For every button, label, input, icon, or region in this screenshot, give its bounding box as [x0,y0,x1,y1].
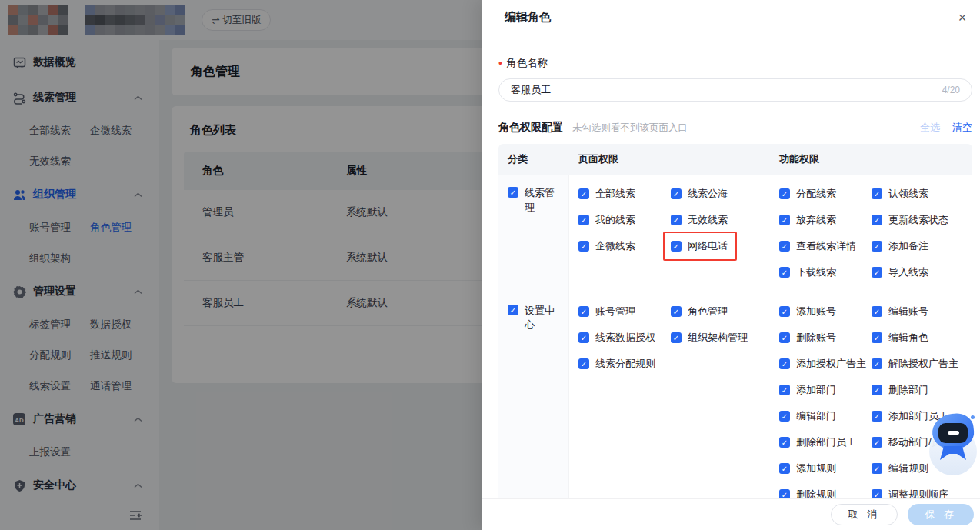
role-name-input[interactable]: 客服员工 4/20 [498,78,972,102]
modal-footer: 取 消 保 存 [482,498,980,530]
robot-face-dash [948,431,959,435]
permission-config-header: 角色权限配置 未勾选则看不到该页面入口 全选 清空 [498,121,972,135]
checkbox-checked[interactable] [779,385,790,395]
permission-label: 组织架构管理 [688,331,748,345]
checkbox-checked[interactable] [779,332,790,343]
permission-item: 账号管理 [578,305,635,318]
permission-label: 线索公海 [688,187,728,201]
checkbox-checked[interactable] [671,188,682,199]
checkbox-checked[interactable] [872,332,882,343]
header-category: 分类 [498,152,569,166]
permission-label: 网络电话 [688,239,728,253]
permission-label: 放弃线索 [796,213,836,227]
permission-label: 查看线索详情 [796,239,856,253]
permission-label: 删除部门员工 [796,435,856,449]
close-icon[interactable]: × [954,9,971,26]
permission-item: 调整规则顺序 [872,488,948,498]
permission-group: 设置中心账号管理角色管理线索数据授权组织架构管理线索分配规则添加账号编辑账号删除… [498,292,972,498]
role-name-value: 客服员工 [511,83,942,97]
permission-item: 网络电话 [671,239,728,253]
required-marker: • [498,57,502,69]
permission-label: 角色管理 [688,305,728,318]
select-all-link[interactable]: 全选 [920,121,940,135]
checkbox-checked[interactable] [578,241,589,252]
checkbox-checked[interactable] [671,215,682,225]
checkbox-checked[interactable] [508,187,518,198]
cancel-button[interactable]: 取 消 [831,504,898,525]
permission-item: 编辑部门 [779,409,836,423]
checkbox-checked[interactable] [779,306,790,317]
modal-title: 编辑角色 [505,10,551,25]
permission-label: 线索数据授权 [595,331,655,345]
permission-item: 添加授权广告主 [779,357,866,371]
modal-header: 编辑角色 × [482,0,980,35]
permission-label: 下载线索 [796,265,836,279]
permission-item: 删除部门员工 [779,435,856,449]
checkbox-checked[interactable] [578,306,589,317]
checkbox-checked[interactable] [872,411,882,422]
permission-item: 更新线索状态 [872,213,948,227]
checkbox-checked[interactable] [779,437,790,448]
permission-label: 解除授权广告主 [888,357,958,371]
checkbox-checked[interactable] [872,306,882,317]
permission-label: 编辑部门 [796,409,836,423]
permission-item: 删除部门 [872,383,928,397]
permission-item: 无效线索 [671,213,728,227]
checkbox-checked[interactable] [779,215,790,225]
checkbox-checked[interactable] [578,332,589,343]
checkbox-checked[interactable] [779,188,790,199]
checkbox-checked[interactable] [872,437,882,448]
permission-item: 组织架构管理 [671,331,748,345]
permission-item: 下载线索 [779,265,836,279]
checkbox-checked[interactable] [872,358,882,369]
header-function-permissions: 功能权限 [773,152,972,166]
checkbox-checked[interactable] [578,188,589,199]
checkbox-checked[interactable] [872,489,882,498]
permission-label: 删除账号 [796,331,836,345]
save-button[interactable]: 保 存 [908,504,974,525]
clear-all-link[interactable]: 清空 [952,121,972,135]
permission-label: 编辑角色 [888,331,928,345]
checkbox-checked[interactable] [779,358,790,369]
permission-label: 删除部门 [888,383,928,397]
checkbox-checked[interactable] [872,241,882,252]
role-name-label-row: • 角色名称 [498,56,972,70]
checkbox-checked[interactable] [671,241,682,252]
permission-item: 解除授权广告主 [872,357,958,371]
checkbox-checked[interactable] [578,358,589,369]
permission-label: 添加备注 [888,239,928,253]
permission-label: 全部线索 [595,187,635,201]
permission-item: 编辑账号 [872,305,928,318]
permission-config-hint: 未勾选则看不到该页面入口 [572,122,688,135]
permission-label: 添加规则 [796,462,836,475]
permission-label: 企微线索 [595,239,635,253]
checkbox-checked[interactable] [872,463,882,474]
permission-item: 查看线索详情 [779,239,856,253]
checkbox-checked[interactable] [671,332,682,343]
checkbox-checked[interactable] [779,463,790,474]
permission-item: 企微线索 [578,239,635,253]
permission-table: 分类 页面权限 功能权限 线索管理全部线索线索公海我的线索无效线索企微线索网络电… [498,144,972,498]
permission-label: 线索分配规则 [595,357,655,371]
permission-item: 删除账号 [779,331,836,345]
permission-item: 线索分配规则 [578,357,655,371]
checkbox-checked[interactable] [779,411,790,422]
checkbox-checked[interactable] [872,215,882,225]
permission-label: 调整规则顺序 [888,488,948,498]
checkbox-checked[interactable] [779,267,790,278]
page-permissions-cell: 账号管理角色管理线索数据授权组织架构管理线索分配规则 [569,292,773,498]
permission-item: 添加账号 [779,305,836,318]
checkbox-checked[interactable] [872,385,882,395]
permission-item: 分配线索 [779,187,836,201]
checkbox-checked[interactable] [872,267,882,278]
category-cell: 线索管理 [498,175,569,292]
checkbox-checked[interactable] [671,306,682,317]
checkbox-checked[interactable] [578,215,589,225]
checkbox-checked[interactable] [779,241,790,252]
assistant-widget[interactable] [926,412,980,477]
checkbox-checked[interactable] [872,188,882,199]
permission-item: 删除规则 [779,488,836,498]
permission-label: 编辑规则 [888,462,928,475]
checkbox-checked[interactable] [779,489,790,498]
checkbox-checked[interactable] [508,305,518,315]
